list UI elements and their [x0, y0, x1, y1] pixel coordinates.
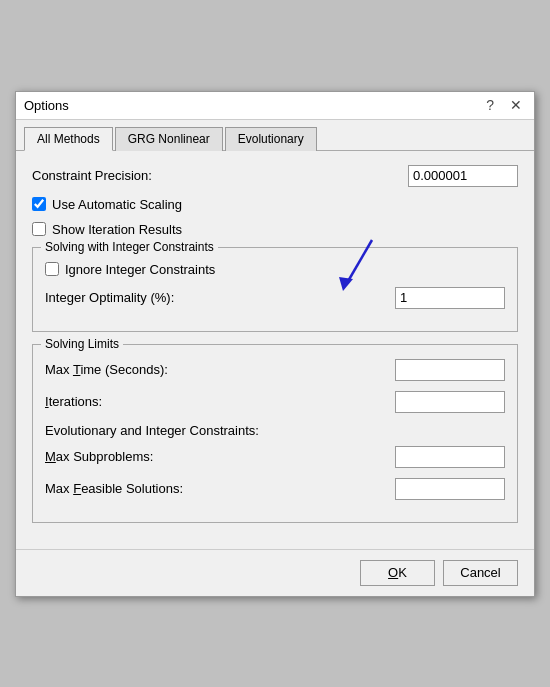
ignore-integer-row: Ignore Integer Constraints	[45, 262, 505, 277]
max-time-row: Max Time (Seconds):	[45, 359, 505, 381]
iterations-row: Iterations:	[45, 391, 505, 413]
dialog-footer: OK Cancel	[16, 549, 534, 596]
integer-group-content: Ignore Integer Constraints Integer Optim…	[45, 262, 505, 309]
ok-button[interactable]: OK	[360, 560, 435, 586]
options-dialog: Options ? ✕ All Methods GRG Nonlinear Ev…	[15, 91, 535, 597]
solving-limits-content: Max Time (Seconds): Iterations: Evolutio…	[45, 359, 505, 500]
integer-constraints-group: Solving with Integer Constraints Ignore …	[32, 247, 518, 332]
iterations-input[interactable]	[395, 391, 505, 413]
use-auto-scaling-label: Use Automatic Scaling	[52, 197, 182, 212]
ignore-integer-label: Ignore Integer Constraints	[65, 262, 215, 277]
help-button[interactable]: ?	[482, 98, 498, 112]
title-bar-left: Options	[24, 98, 69, 113]
optimality-row: Integer Optimality (%):	[45, 287, 505, 309]
evo-label-row: Evolutionary and Integer Constraints:	[45, 423, 505, 438]
title-bar: Options ? ✕	[16, 92, 534, 120]
constraint-precision-label: Constraint Precision:	[32, 168, 408, 183]
evo-constraints-label: Evolutionary and Integer Constraints:	[45, 423, 259, 438]
max-subproblems-input[interactable]	[395, 446, 505, 468]
optimality-label: Integer Optimality (%):	[45, 290, 395, 305]
solving-limits-group: Solving Limits Max Time (Seconds): Itera…	[32, 344, 518, 523]
solving-limits-title: Solving Limits	[41, 337, 123, 351]
max-feasible-label: Max Feasible Solutions:	[45, 481, 395, 496]
iterations-label: Iterations:	[45, 394, 395, 409]
tab-evolutionary[interactable]: Evolutionary	[225, 127, 317, 151]
title-bar-right: ? ✕	[482, 98, 526, 112]
optimality-container: Integer Optimality (%):	[45, 287, 505, 309]
close-button[interactable]: ✕	[506, 98, 526, 112]
max-feasible-row: Max Feasible Solutions:	[45, 478, 505, 500]
integer-group-title: Solving with Integer Constraints	[41, 240, 218, 254]
max-feasible-input[interactable]	[395, 478, 505, 500]
tabs-bar: All Methods GRG Nonlinear Evolutionary	[16, 120, 534, 151]
constraint-precision-input[interactable]	[408, 165, 518, 187]
tab-all-methods[interactable]: All Methods	[24, 127, 113, 151]
max-time-input[interactable]	[395, 359, 505, 381]
show-iteration-label: Show Iteration Results	[52, 222, 182, 237]
constraint-precision-row: Constraint Precision:	[32, 165, 518, 187]
use-auto-scaling-checkbox[interactable]	[32, 197, 46, 211]
dialog-content: Constraint Precision: Use Automatic Scal…	[16, 151, 534, 549]
ignore-integer-checkbox[interactable]	[45, 262, 59, 276]
max-subproblems-row: Max Subproblems:	[45, 446, 505, 468]
tab-grg-nonlinear[interactable]: GRG Nonlinear	[115, 127, 223, 151]
max-time-label: Max Time (Seconds):	[45, 362, 395, 377]
optimality-input[interactable]	[395, 287, 505, 309]
max-subproblems-label: Max Subproblems:	[45, 449, 395, 464]
show-iteration-row: Show Iteration Results	[32, 222, 518, 237]
use-auto-scaling-row: Use Automatic Scaling	[32, 197, 518, 212]
cancel-button[interactable]: Cancel	[443, 560, 518, 586]
dialog-title: Options	[24, 98, 69, 113]
show-iteration-checkbox[interactable]	[32, 222, 46, 236]
